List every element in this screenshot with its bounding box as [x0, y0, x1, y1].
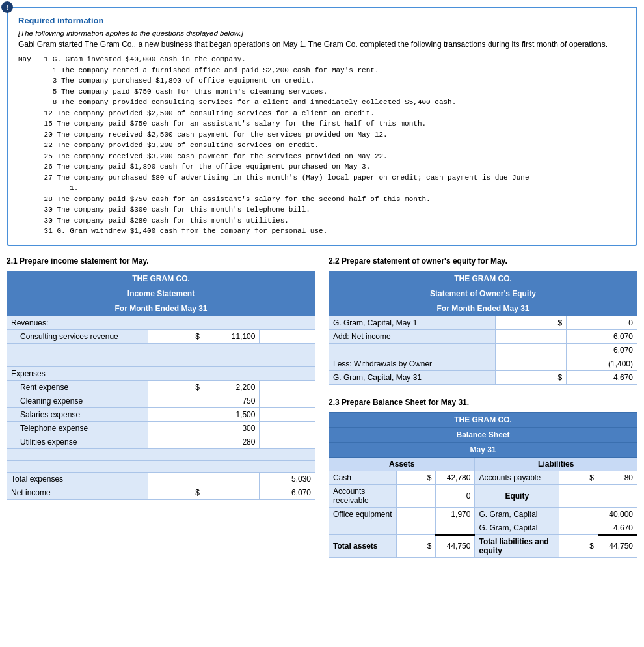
telephone-expense-row: Telephone expense 300 [7, 421, 315, 435]
net-income-row: Net income $ 6,070 [7, 486, 315, 499]
bs-row-1: Accounts receivable 0 Equity [329, 484, 637, 507]
section-21-label: 2.1 Prepare income statement for May. [7, 256, 315, 266]
salaries-expense-label: Salaries expense [7, 407, 148, 421]
bs-asset-label-4: Total assets [329, 535, 397, 558]
oe-col1-4: $ [496, 370, 567, 384]
bs-assets-header: Assets [329, 457, 475, 471]
oe-company-name: THE GRAM CO. [329, 271, 637, 286]
bs-liab-col1-2 [559, 507, 598, 521]
rent-value: 2,200 [204, 380, 260, 394]
utilities-empty [260, 435, 315, 448]
bs-asset-label-2: Office equipment [329, 507, 397, 521]
transaction-line: 31 G. Gram withdrew $1,400 cash from the… [18, 226, 626, 237]
expenses-label: Expenses [7, 366, 315, 380]
transaction-line: 12 The company provided $2,500 of consul… [18, 108, 626, 119]
bs-liab-val-4: 44,750 [598, 535, 637, 558]
oe-col1-1 [496, 329, 567, 343]
expenses-label-row: Expenses [7, 366, 315, 380]
oe-company-row: THE GRAM CO. [329, 271, 637, 286]
transaction-line: 30 The company paid $280 cash for this m… [18, 215, 626, 227]
oe-val-4: 4,670 [567, 370, 637, 384]
transaction-line: 20 The company received $2,500 cash paym… [18, 130, 626, 141]
bs-asset-col1-1 [397, 484, 436, 507]
oe-table-title: Statement of Owner's Equity [329, 286, 637, 301]
table-period: For Month Ended May 31 [7, 301, 315, 316]
cleaning-expense-label: Cleaning expense [7, 394, 148, 407]
oe-val-3: (1,400) [567, 357, 637, 370]
oe-val-0: 0 [567, 316, 637, 329]
oe-period-row: For Month Ended May 31 [329, 301, 637, 316]
bs-liab-val-0: 80 [598, 471, 637, 484]
bs-liab-label-3: G. Gram, Capital [475, 521, 559, 535]
bs-liabilities-header: Liabilities [475, 457, 637, 471]
bs-asset-col1-3 [397, 521, 436, 535]
info-icon: ! [1, 1, 13, 13]
oe-label-3: Less: Withdrawals by Owner [329, 357, 496, 370]
oe-row-2: 6,070 [329, 343, 637, 357]
section-22-label: 2.2 Prepare statement of owner's equity … [329, 256, 637, 266]
section-23-label: 2.3 Prepare Balance Sheet for May 31. [329, 398, 637, 407]
oe-col1-0: $ [496, 316, 567, 329]
oe-row-1: Add: Net income 6,070 [329, 329, 637, 343]
cleaning-dollar [148, 394, 204, 407]
oe-table-period: For Month Ended May 31 [329, 301, 637, 316]
bs-asset-val-0: 42,780 [436, 471, 475, 484]
title-row: Income Statement [7, 286, 315, 301]
oe-row-4: G. Gram, Capital, May 31 $ 4,670 [329, 370, 637, 384]
bs-liab-col1-0: $ [559, 471, 598, 484]
total-expenses-value: 5,030 [260, 472, 315, 486]
transaction-line: 28 The company paid $750 cash for an ass… [18, 194, 626, 205]
oe-label-4: G. Gram, Capital, May 31 [329, 370, 496, 384]
empty-row-2 [7, 355, 315, 366]
bs-asset-val-4: 44,750 [436, 535, 475, 558]
period-row: For Month Ended May 31 [7, 301, 315, 316]
oe-title-row: Statement of Owner's Equity [329, 286, 637, 301]
bs-liab-label-4: Total liabilities and equity [475, 535, 559, 558]
transaction-line: 15 The company paid $750 cash for an ass… [18, 118, 626, 130]
bs-asset-val-3 [436, 521, 475, 535]
bs-liab-col1-1 [559, 484, 598, 507]
oe-label-1: Add: Net income [329, 329, 496, 343]
empty-row-1 [7, 343, 315, 355]
telephone-dollar [148, 421, 204, 435]
income-statement-table: THE GRAM CO. Income Statement For Month … [7, 271, 315, 500]
bs-liab-label-1: Equity [475, 484, 559, 507]
transaction-line: 26 The company paid $1,890 cash for the … [18, 161, 626, 172]
telephone-empty [260, 421, 315, 435]
rent-dollar: $ [148, 380, 204, 394]
oe-val-1: 6,070 [567, 329, 637, 343]
consulting-revenue-value: 11,100 [204, 329, 260, 343]
oe-row-3: Less: Withdrawals by Owner (1,400) [329, 357, 637, 370]
salaries-value: 1,500 [204, 407, 260, 421]
company-row: THE GRAM CO. [7, 271, 315, 286]
salaries-empty [260, 407, 315, 421]
telephone-value: 300 [204, 421, 260, 435]
bs-row-4: Total assets $ 44,750 Total liabilities … [329, 535, 637, 558]
bs-table-title: Balance Sheet [329, 427, 637, 442]
oe-val-2: 6,070 [567, 343, 637, 357]
bs-title-row: Balance Sheet [329, 427, 637, 442]
empty-row-4 [7, 460, 315, 472]
rent-empty [260, 380, 315, 394]
bs-row-3: G. Gram, Capital 4,670 [329, 521, 637, 535]
required-info-title: Required information [18, 16, 626, 25]
bs-row-0: Cash $ 42,780 Accounts payable $ 80 [329, 471, 637, 484]
bs-asset-label-1: Accounts receivable [329, 484, 397, 507]
owners-equity-table: THE GRAM CO. Statement of Owner's Equity… [329, 271, 637, 385]
salaries-expense-row: Salaries expense 1,500 [7, 407, 315, 421]
bs-liab-label-0: Accounts payable [475, 471, 559, 484]
cleaning-expense-row: Cleaning expense 750 [7, 394, 315, 407]
revenues-label: Revenues: [7, 316, 315, 329]
transaction-line: 1. [18, 183, 626, 194]
bs-company-row: THE GRAM CO. [329, 412, 637, 427]
bs-liab-label-2: G. Gram, Capital [475, 507, 559, 521]
consulting-revenue-empty [260, 329, 315, 343]
bs-row-2: Office equipment 1,970 G. Gram, Capital … [329, 507, 637, 521]
utilities-expense-row: Utilities expense 280 [7, 435, 315, 448]
cleaning-empty [260, 394, 315, 407]
consulting-revenue-label: Consulting services revenue [7, 329, 148, 343]
net-income-label: Net income [7, 486, 148, 499]
utilities-expense-label: Utilities expense [7, 435, 148, 448]
oe-col1-2 [496, 343, 567, 357]
info-box: ! Required information [The following in… [7, 7, 637, 246]
